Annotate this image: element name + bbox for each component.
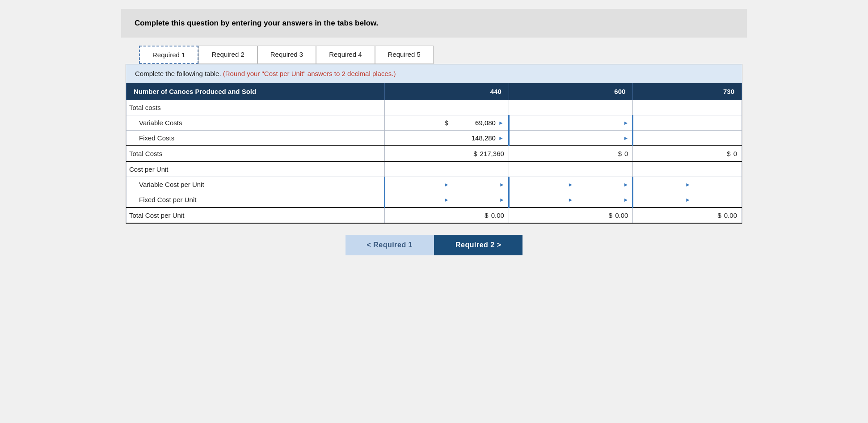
dollar-sign: $: [717, 212, 721, 219]
arrow-icon-r: ►: [623, 120, 628, 126]
val-totalcpu-440: 0.00: [491, 212, 504, 219]
col-header-440: 440: [385, 83, 509, 100]
tab-required-1[interactable]: Required 1: [139, 46, 198, 64]
next-chevron: >: [495, 241, 501, 249]
table-row: Total costs: [126, 100, 742, 115]
tab-required-2[interactable]: Required 2: [198, 46, 257, 64]
instruction-bar: Complete this question by entering your …: [121, 9, 747, 38]
cell-totalcost-730: $ 0: [633, 146, 742, 161]
arrow-icon-l: ►: [685, 182, 691, 188]
dollar-sign: $: [473, 150, 477, 157]
table-row: Cost per Unit: [126, 161, 742, 177]
next-label: Required 2: [455, 241, 495, 249]
input-varcpu-600[interactable]: [576, 181, 620, 188]
col-header-600: 600: [509, 83, 633, 100]
instruction-text: Complete this question by entering your …: [135, 19, 378, 27]
row-label-var-cost-per-unit: Variable Cost per Unit: [126, 177, 385, 192]
row-label-total-cpu: Total Cost per Unit: [126, 207, 385, 223]
dollar-sign: $: [727, 150, 730, 157]
info-highlight: (Round your "Cost per Unit" answers to 2…: [223, 70, 396, 77]
cell-empty: [509, 161, 633, 177]
col-header-730: 730: [633, 83, 742, 100]
val-totalcpu-600: 0.00: [615, 212, 628, 219]
table-row: Variable Costs $ ► ►: [126, 115, 742, 131]
cell-totalcpu-600: $ 0.00: [509, 207, 633, 223]
info-bar: Complete the following table. (Round you…: [126, 64, 742, 83]
cell-totalcost-600: $ 0: [509, 146, 633, 161]
info-static: Complete the following table.: [135, 70, 223, 77]
arrow-icon-r: ►: [623, 135, 628, 141]
row-label-total-costs-val: Total Costs: [126, 146, 385, 161]
cell-variable-440: $ ►: [385, 115, 509, 131]
cell-empty: [385, 161, 509, 177]
table-row-total-cpu: Total Cost per Unit $ 0.00 $ 0.00: [126, 207, 742, 223]
input-fixed-730[interactable]: [693, 134, 738, 142]
cell-variable-730: [633, 115, 742, 131]
input-varcpu-440[interactable]: [452, 181, 497, 188]
cell-empty: [509, 100, 633, 115]
arrow-icon-r: ►: [499, 197, 505, 203]
input-variable-440[interactable]: [451, 119, 496, 127]
page-wrapper: Complete this question by entering your …: [121, 9, 747, 255]
dollar-sign: $: [485, 212, 488, 219]
cell-empty: [633, 161, 742, 177]
cell-totalcost-440: $ 217,360: [385, 146, 509, 161]
arrow-icon-l: ►: [444, 182, 449, 188]
row-label-fixed-costs: Fixed Costs: [126, 131, 385, 146]
row-label-cost-per-unit: Cost per Unit: [126, 161, 385, 177]
input-variable-600[interactable]: [576, 119, 620, 127]
prev-chevron: <: [367, 241, 374, 249]
arrow-icon-r: ►: [499, 182, 505, 188]
val-totalcpu-730: 0.00: [724, 212, 737, 219]
arrow-icon-r: ►: [498, 120, 504, 126]
arrow-icon-l: ►: [444, 197, 449, 203]
arrow-icon-r: ►: [498, 135, 504, 141]
dollar-sign: $: [609, 212, 612, 219]
val-totalcost-600: 0: [624, 150, 628, 157]
table-row: Fixed Cost per Unit ► ► ► ►: [126, 192, 742, 208]
input-fixed-600[interactable]: [576, 134, 620, 142]
table-row: Variable Cost per Unit ► ► ► ►: [126, 177, 742, 192]
arrow-icon-r: ►: [623, 197, 628, 203]
prev-label: Required 1: [373, 241, 413, 249]
cell-fixed-730: [633, 131, 742, 146]
dollar-sign: $: [445, 119, 448, 127]
tab-required-3[interactable]: Required 3: [257, 46, 316, 64]
cell-fixed-440: ►: [385, 131, 509, 146]
tab-required-5[interactable]: Required 5: [375, 46, 434, 64]
input-fixed-440[interactable]: [451, 134, 496, 142]
cell-fixcpu-440: ► ►: [385, 192, 509, 208]
cell-fixcpu-600: ► ►: [509, 192, 633, 208]
nav-buttons: < Required 1 Required 2 >: [121, 235, 747, 255]
cell-totalcpu-730: $ 0.00: [633, 207, 742, 223]
val-totalcost-730: 0: [733, 150, 737, 157]
cell-variable-600: ►: [509, 115, 633, 131]
tab-required-4[interactable]: Required 4: [316, 46, 375, 64]
cell-empty: [385, 100, 509, 115]
prev-button[interactable]: < Required 1: [346, 235, 434, 255]
input-varcpu-730[interactable]: [693, 181, 738, 188]
tabs-container: Required 1 Required 2 Required 3 Require…: [121, 46, 747, 64]
input-fixcpu-730[interactable]: [693, 196, 738, 203]
table-row: Fixed Costs ► ►: [126, 131, 742, 146]
dollar-sign: $: [618, 150, 622, 157]
arrow-icon-l: ►: [685, 197, 691, 203]
cell-varcpu-730: ►: [633, 177, 742, 192]
cell-totalcpu-440: $ 0.00: [385, 207, 509, 223]
next-button[interactable]: Required 2 >: [434, 235, 522, 255]
input-variable-730[interactable]: [693, 119, 738, 127]
row-label-variable-costs: Variable Costs: [126, 115, 385, 131]
cost-table: Number of Canoes Produced and Sold 440 6…: [126, 83, 742, 224]
input-fixcpu-440[interactable]: [452, 196, 497, 203]
col-header-label: Number of Canoes Produced and Sold: [126, 83, 385, 100]
row-label-total-costs: Total costs: [126, 100, 385, 115]
cell-fixed-600: ►: [509, 131, 633, 146]
cell-fixcpu-730: ►: [633, 192, 742, 208]
cell-empty: [633, 100, 742, 115]
table-row-total-costs: Total Costs $ 217,360 $ 0: [126, 146, 742, 161]
input-fixcpu-600[interactable]: [576, 196, 620, 203]
arrow-icon-l: ►: [568, 182, 573, 188]
cell-varcpu-440: ► ►: [385, 177, 509, 192]
row-label-fixed-cost-per-unit: Fixed Cost per Unit: [126, 192, 385, 208]
arrow-icon-r: ►: [623, 182, 628, 188]
